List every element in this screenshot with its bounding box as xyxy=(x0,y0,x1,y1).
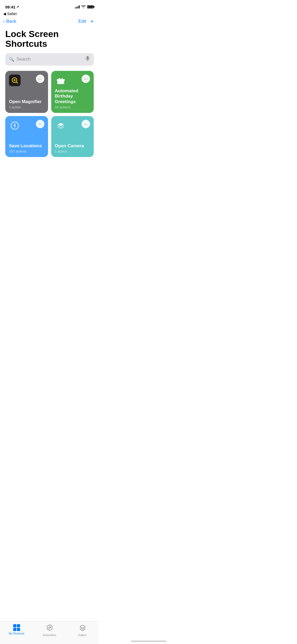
svg-rect-10 xyxy=(57,80,65,80)
wifi-icon xyxy=(81,5,86,9)
shortcut-title-locations: Save Locations xyxy=(9,143,44,149)
shortcut-card-birthday-greetings[interactable]: ··· Automated Birthday Greetings 44 acti… xyxy=(51,71,94,113)
back-label: Back xyxy=(6,19,16,24)
svg-line-4 xyxy=(16,82,18,83)
search-icon: 🔍 xyxy=(9,57,14,62)
back-chevron-icon: ‹ xyxy=(3,19,5,24)
safari-label: ◀ Safari xyxy=(0,12,99,17)
layers-icon xyxy=(55,120,67,131)
search-bar[interactable]: 🔍 Search xyxy=(5,53,94,66)
compass-icon xyxy=(9,120,21,131)
time-display: 09:41 xyxy=(5,5,15,9)
status-bar: 09:41 ↗ xyxy=(0,0,99,12)
signal-strength-icon xyxy=(75,5,80,8)
shortcut-title-birthday: Automated Birthday Greetings xyxy=(55,88,90,104)
svg-rect-0 xyxy=(87,56,89,59)
more-options-button-camera[interactable]: ··· xyxy=(82,120,90,128)
svg-point-14 xyxy=(14,125,15,126)
page-title: Lock Screen Shortcuts xyxy=(0,27,99,53)
status-icons xyxy=(75,5,94,9)
search-container: 🔍 Search xyxy=(0,53,99,71)
add-button[interactable]: + xyxy=(90,18,94,25)
shortcut-title-magnifier: Open Magnifier xyxy=(9,99,44,104)
status-time: 09:41 ↗ xyxy=(5,5,19,9)
shortcut-card-open-magnifier[interactable]: ··· Open Magnifier 1 action xyxy=(5,71,48,113)
shortcuts-grid: ··· Open Magnifier 1 action xyxy=(0,71,99,157)
battery-icon xyxy=(87,5,94,8)
magnifier-icon xyxy=(9,75,21,86)
more-options-button-birthday[interactable]: ··· xyxy=(82,75,90,83)
shortcut-subtitle-locations: 157 actions xyxy=(9,149,44,153)
microphone-icon[interactable] xyxy=(85,56,90,63)
nav-bar: ‹ Back Edit + xyxy=(0,17,99,27)
location-arrow-icon: ↗ xyxy=(16,5,19,9)
edit-button[interactable]: Edit xyxy=(78,19,86,24)
shortcut-subtitle-magnifier: 1 action xyxy=(9,105,44,109)
more-options-button-magnifier[interactable]: ··· xyxy=(36,75,44,83)
more-options-button-locations[interactable]: ··· xyxy=(36,120,44,128)
shortcut-subtitle-birthday: 44 actions xyxy=(55,105,90,109)
shortcut-card-save-locations[interactable]: ··· Save Locations 157 actions xyxy=(5,116,48,157)
gift-icon xyxy=(55,75,67,86)
search-placeholder: Search xyxy=(16,57,83,62)
shortcut-card-open-camera[interactable]: ··· Open Camera 1 action xyxy=(51,116,94,157)
nav-right-actions: Edit + xyxy=(78,18,94,25)
shortcut-title-camera: Open Camera xyxy=(55,143,90,149)
shortcut-subtitle-camera: 1 action xyxy=(55,149,90,153)
back-button[interactable]: ‹ Back xyxy=(3,19,16,24)
